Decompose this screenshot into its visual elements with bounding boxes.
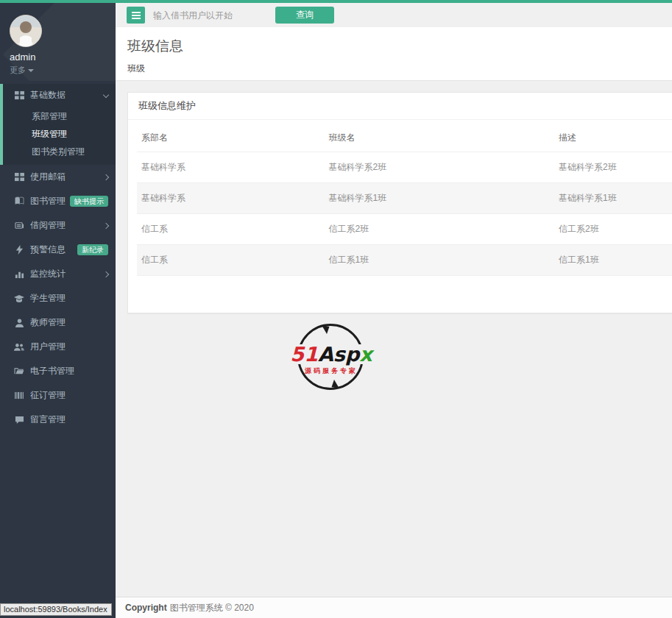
sidebar-toggle-button[interactable] — [127, 7, 145, 24]
sidebar-item-monitor-stats[interactable]: 监控统计 — [0, 262, 116, 286]
footer-copyright-text: 图书管理系统 © 2020 — [170, 602, 254, 614]
sidebar-item-label: 基础数据 — [30, 89, 104, 102]
submenu-basic-data: 系部管理 班级管理 图书类别管理 — [3, 106, 116, 165]
user-panel: admin 更多 — [0, 3, 116, 81]
grid-icon — [14, 90, 24, 100]
chevron-left-icon — [103, 174, 109, 180]
bolt-icon — [14, 245, 24, 255]
sidebar-menu: 基础数据 系部管理 班级管理 图书类别管理 使用邮箱 图书管理 缺书提示 — [0, 84, 116, 432]
chevron-left-icon — [103, 271, 109, 277]
logo-subtitle: 源码服务专家 — [283, 366, 379, 376]
users-icon — [14, 342, 24, 352]
content-area: 班级信息维护 系部名 班级名 描述 基础科学系 基础科学系2班 — [116, 81, 672, 596]
caret-down-icon — [28, 69, 34, 72]
class-table: 系部名 班级名 描述 基础科学系 基础科学系2班 基础科学系2班 基础科学系 — [137, 124, 672, 276]
missing-book-badge: 缺书提示 — [70, 196, 108, 207]
table-row[interactable]: 基础科学系 基础科学系2班 基础科学系2班 — [137, 152, 672, 183]
panel-body: 系部名 班级名 描述 基础科学系 基础科学系2班 基础科学系2班 基础科学系 — [128, 120, 672, 313]
table-header-row: 系部名 班级名 描述 — [137, 124, 672, 152]
new-record-badge: 新纪录 — [77, 244, 108, 255]
comment-icon — [14, 415, 24, 425]
logo-arrow-icon — [322, 322, 332, 334]
query-button[interactable]: 查询 — [275, 7, 334, 24]
sidebar-item-book-management[interactable]: 图书管理 缺书提示 — [0, 189, 116, 213]
grid-icon — [14, 172, 24, 182]
page-title: 班级信息 — [127, 37, 672, 56]
menu-group-basic-data: 基础数据 系部管理 班级管理 图书类别管理 — [0, 84, 116, 165]
borrow-user-search-input[interactable] — [153, 10, 264, 21]
sidebar-item-user-management[interactable]: 用户管理 — [0, 335, 116, 359]
col-header-department: 系部名 — [137, 124, 324, 152]
table-row[interactable]: 信工系 信工系1班 信工系1班 — [137, 245, 672, 276]
sidebar-item-ebook-management[interactable]: 电子书管理 — [0, 359, 116, 383]
col-header-class: 班级名 — [324, 124, 554, 152]
graduation-icon — [14, 294, 24, 304]
table-row[interactable]: 信工系 信工系2班 信工系2班 — [137, 214, 672, 245]
sidebar-item-basic-data[interactable]: 基础数据 — [3, 84, 116, 106]
user-more-dropdown[interactable]: 更多 — [10, 65, 116, 76]
panel-title: 班级信息维护 — [128, 93, 672, 120]
sidebar-item-subscription-management[interactable]: 征订管理 — [0, 383, 116, 408]
sidebar-item-mailbox[interactable]: 使用邮箱 — [0, 165, 116, 189]
topbar: 查询 — [116, 3, 672, 27]
51aspx-logo: 51Aspx 源码服务专家 — [283, 322, 379, 396]
footer-copyright-label: Copyright — [125, 603, 167, 613]
book-icon — [14, 196, 24, 207]
user-icon — [14, 318, 24, 328]
sidebar-item-warning-info[interactable]: 预警信息 新纪录 — [0, 238, 116, 262]
sidebar: admin 更多 基础数据 系部管理 班级管理 图书类别管理 使用邮箱 — [0, 3, 116, 618]
submenu-item-department[interactable]: 系部管理 — [3, 107, 116, 125]
sidebar-item-borrow-management[interactable]: 借阅管理 — [0, 213, 116, 238]
top-accent-strip — [0, 0, 672, 3]
avatar[interactable] — [10, 15, 42, 47]
barcode-icon — [14, 391, 24, 401]
page-header: 班级信息 班级 — [116, 27, 672, 81]
submenu-item-class[interactable]: 班级管理 — [3, 125, 116, 143]
submenu-item-book-category[interactable]: 图书类别管理 — [3, 143, 116, 160]
sidebar-item-message-management[interactable]: 留言管理 — [0, 408, 116, 432]
logo-text: 51Aspx — [283, 344, 379, 364]
col-header-description: 描述 — [554, 124, 672, 152]
class-info-panel: 班级信息维护 系部名 班级名 描述 基础科学系 基础科学系2班 — [127, 92, 672, 313]
breadcrumb: 班级 — [127, 63, 672, 75]
footer: Copyright 图书管理系统 © 2020 — [116, 597, 672, 618]
chevron-left-icon — [103, 222, 109, 228]
chevron-down-icon — [103, 92, 109, 98]
newspaper-icon — [14, 221, 24, 231]
bar-chart-icon — [14, 269, 24, 280]
main-area: 查询 班级信息 班级 班级信息维护 系部名 班级名 描述 — [116, 3, 672, 618]
sidebar-item-teacher-management[interactable]: 教师管理 — [0, 310, 116, 335]
folder-open-icon — [14, 366, 24, 377]
user-name: admin — [10, 52, 116, 63]
sidebar-item-student-management[interactable]: 学生管理 — [0, 286, 116, 310]
logo-arrow-icon — [329, 380, 339, 391]
browser-status-tooltip: localhost:59893/Books/Index — [0, 603, 112, 616]
table-row[interactable]: 基础科学系 基础科学系1班 基础科学系1班 — [137, 183, 672, 214]
